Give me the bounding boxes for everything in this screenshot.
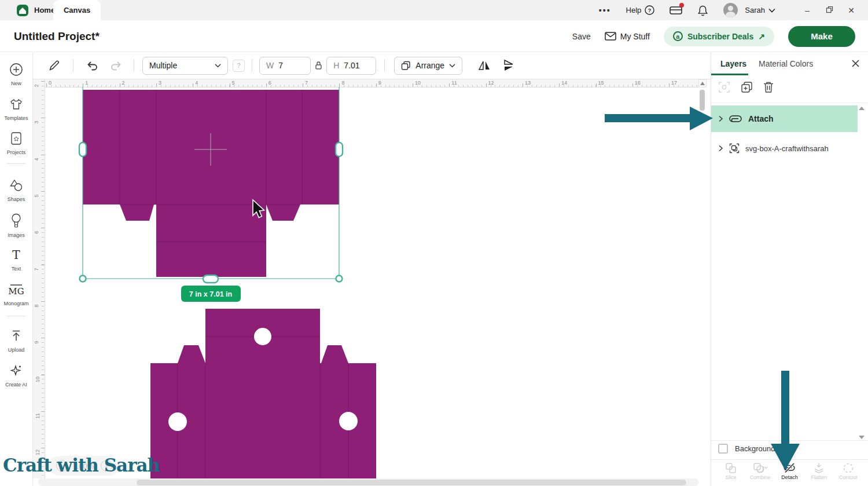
slice-icon [725,462,737,474]
text-icon: T [9,248,23,262]
flip-horizontal-button[interactable] [477,60,491,71]
account-menu[interactable]: Sarah [723,3,775,17]
duplicate-icon[interactable] [741,81,753,93]
more-menu-button[interactable]: ••• [599,6,611,15]
lock-icon[interactable] [315,61,322,70]
sidebar-label: Text [0,266,32,272]
sidebar-label: Monogram [0,301,32,306]
contour-button[interactable]: Contour [834,462,862,486]
flip-vertical-button[interactable] [502,60,516,71]
panel-close-button[interactable] [851,59,860,70]
new-plus-icon [9,63,23,76]
subscription-button[interactable] [670,5,682,15]
layer-name: svg-box-A-craftwithsarah [745,144,829,153]
sidebar-item-monogram[interactable]: MG Monogram [0,283,32,306]
selection-type-select[interactable]: Multiple [142,57,228,75]
project-title: Untitled Project* [14,30,100,43]
trash-icon[interactable] [763,81,774,93]
horizontal-scrollbar[interactable] [38,478,698,486]
sidebar-item-shapes[interactable]: Shapes [0,178,32,202]
attach-paperclip-icon [729,115,742,123]
sidebar-label: Upload [0,347,32,353]
combine-button[interactable]: Combine [746,462,774,486]
bell-icon[interactable] [697,5,708,16]
chevron-down-icon [449,64,455,68]
window-close-button[interactable]: ✕ [843,6,860,15]
layer-row-svg-box[interactable]: svg-box-A-craftwithsarah [711,138,858,159]
layer-name: Attach [748,114,774,123]
notification-dot [679,3,684,8]
sidebar-item-new[interactable]: New [0,63,32,86]
background-color-checkbox[interactable] [718,444,728,454]
sidebar-item-projects[interactable]: Projects [0,131,32,155]
svg-text:T: T [12,248,20,262]
width-input[interactable] [278,61,304,70]
sidebar-item-images[interactable]: Images [0,213,32,238]
list-scroll-down-icon[interactable] [859,436,865,439]
pencil-icon [48,60,60,72]
upload-icon [9,329,23,343]
horizontal-scrollbar-thumb[interactable] [137,480,686,485]
scrollbar-up-button[interactable] [698,79,707,87]
chevron-right-icon[interactable] [718,115,723,122]
detach-icon [783,462,797,474]
question-circle-icon: ? [645,5,654,15]
sidebar-label: New [0,81,32,86]
height-input[interactable] [344,61,369,70]
save-button[interactable]: Save [572,32,591,41]
box-template-lower[interactable] [150,309,376,478]
window-restore-button[interactable] [821,6,838,15]
tab-material-colors[interactable]: Material Colors [759,59,813,68]
sidebar-item-text[interactable]: T Text [0,248,32,272]
help-button[interactable]: Help ? [626,5,655,15]
my-stuff-label: My Stuff [620,32,650,41]
contour-icon [843,462,854,474]
selection-type-value: Multiple [149,61,177,70]
left-sidebar: New Templates Projects Shapes [0,52,33,486]
tab-canvas[interactable]: Canvas [53,0,101,20]
access-logo-icon: a [673,31,683,41]
box-template-selected[interactable] [83,90,339,277]
undo-button[interactable] [86,60,99,71]
layers-panel: Layers Material Colors [711,52,868,486]
subscriber-deals-button[interactable]: a Subscriber Deals ↗ [664,27,774,46]
panel-divider [711,103,868,103]
tab-home-label: Home [34,6,55,14]
redo-button[interactable] [109,60,122,71]
chevron-down-icon [768,8,775,13]
tab-layers[interactable]: Layers [720,59,746,68]
layer-row-attach[interactable]: Attach [711,105,858,132]
detach-button[interactable]: Detach [776,462,804,486]
undo-icon [86,60,99,71]
redo-icon [109,60,122,71]
select-all-icon[interactable] [718,81,730,93]
flip-vertical-icon [503,59,514,72]
arrange-dropdown[interactable]: Arrange [394,57,462,75]
make-button[interactable]: Make [788,26,855,47]
resize-handle-bottom[interactable] [203,275,218,283]
chevron-down-icon [215,64,221,68]
sidebar-item-create-ai[interactable]: Create AI [0,364,32,388]
design-canvas[interactable]: 23456789101112 0123456789101112131415161… [33,79,707,486]
resize-handle-bottom-right[interactable] [336,276,343,282]
resize-handle-bottom-left[interactable] [80,276,86,282]
slice-button[interactable]: Slice [717,462,745,486]
sidebar-item-templates[interactable]: Templates [0,97,32,121]
tshirt-icon [9,97,23,111]
sidebar-label: Images [0,232,32,238]
edit-pencil-button[interactable] [48,60,60,72]
close-icon [851,59,860,68]
list-scroll-up-icon[interactable] [859,107,865,110]
window-minimize-button[interactable]: – [799,6,816,15]
toolbar-help-button[interactable]: ? [233,60,245,72]
chevron-right-icon[interactable] [718,145,723,152]
sidebar-item-upload[interactable]: Upload [0,329,32,353]
height-field[interactable]: H [326,57,376,75]
canvas-artboard: 7 in x 7.01 in [33,79,707,486]
resize-handle-right[interactable] [336,142,343,156]
width-field[interactable]: W [259,57,311,75]
my-stuff-button[interactable]: My Stuff [605,32,650,41]
resize-handle-left[interactable] [79,142,86,156]
flatten-button[interactable]: Flatten [805,462,833,486]
vertical-scrollbar-thumb[interactable] [700,90,705,111]
